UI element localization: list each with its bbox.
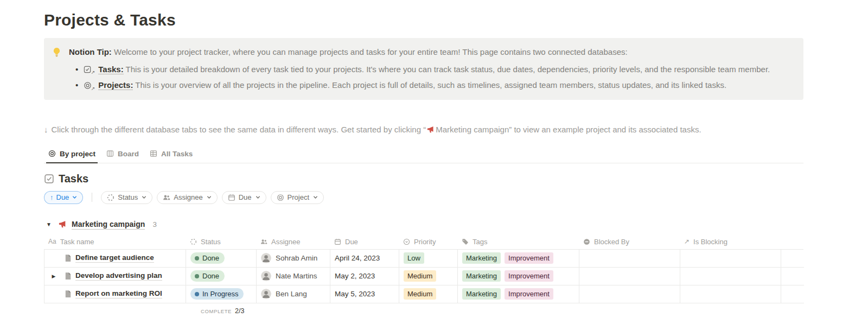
table-icon bbox=[150, 150, 157, 157]
avatar bbox=[261, 271, 271, 281]
priority-cell[interactable]: Medium bbox=[399, 285, 458, 303]
column-header-due[interactable]: Due bbox=[330, 234, 399, 250]
chevron-down-icon bbox=[256, 195, 260, 199]
callout-bullet-tasks: • ↗ Tasks: This is your detailed breakdo… bbox=[75, 63, 770, 76]
filter-pill-due[interactable]: Due bbox=[222, 191, 266, 204]
column-header-priority[interactable]: Priority bbox=[399, 234, 457, 250]
filter-toolbar: ↑ Due Status Assignee Due Project bbox=[44, 191, 803, 204]
blocked-by-cell[interactable] bbox=[579, 285, 680, 303]
people-icon bbox=[260, 238, 267, 245]
status-dot-icon bbox=[195, 292, 199, 296]
callout-tip-text: Welcome to your project tracker, where y… bbox=[112, 47, 628, 56]
calendar-icon bbox=[334, 238, 341, 245]
filter-label: Assignee bbox=[174, 193, 202, 201]
arrow-up-right-icon: ↗ bbox=[91, 69, 95, 77]
callout-bullet-list: • ↗ Tasks: This is your detailed breakdo… bbox=[69, 63, 770, 92]
priority-pill: Medium bbox=[404, 270, 436, 282]
row-expand-toggle[interactable]: ▶ bbox=[50, 274, 58, 279]
projects-database-icon: ↗ bbox=[84, 81, 93, 90]
sort-label: Due bbox=[56, 193, 69, 201]
callout-tip-label: Notion Tip: bbox=[69, 47, 112, 56]
priority-pill: Low bbox=[404, 252, 424, 264]
filter-label: Project bbox=[288, 193, 309, 201]
table-body: Define target audience Done Sohrab Amin … bbox=[44, 250, 803, 303]
table-calculation-complete[interactable]: COMPLETE 2/3 bbox=[201, 303, 803, 315]
status-cell[interactable]: Done bbox=[186, 250, 257, 268]
status-cell[interactable]: In Progress bbox=[186, 285, 257, 303]
blocked-by-cell[interactable] bbox=[579, 268, 680, 285]
column-header-is-blocking[interactable]: ↗Is Blocking bbox=[680, 234, 781, 250]
page-title: Projects & Tasks bbox=[44, 11, 803, 29]
chevron-down-icon bbox=[142, 195, 146, 199]
calendar-icon bbox=[228, 194, 235, 201]
is-blocking-cell[interactable] bbox=[680, 250, 781, 268]
row-spacer-cell bbox=[781, 250, 804, 268]
tab-board[interactable]: Board bbox=[102, 147, 143, 163]
blocked-by-cell[interactable] bbox=[579, 250, 680, 268]
task-name-cell[interactable]: Define target audience bbox=[44, 250, 186, 268]
priority-cell[interactable]: Low bbox=[399, 250, 458, 268]
tab-by-project[interactable]: By project bbox=[44, 147, 100, 163]
column-header-task-name[interactable]: AaTask name bbox=[44, 234, 186, 250]
tab-all-tasks[interactable]: All Tasks bbox=[145, 147, 197, 163]
filter-pill-assignee[interactable]: Assignee bbox=[157, 191, 217, 204]
task-title: Report on marketing ROI bbox=[75, 289, 162, 298]
status-pill: Done bbox=[190, 270, 225, 282]
assignee-cell[interactable]: Nate Martins bbox=[257, 268, 330, 285]
assignee-cell[interactable]: Sohrab Amin bbox=[257, 250, 330, 268]
tags-cell[interactable]: MarketingImprovement bbox=[458, 268, 579, 285]
tasks-db-link[interactable]: Tasks: bbox=[98, 65, 123, 74]
callout-bullet-projects: • ↗ Projects: This is your overview of a… bbox=[75, 79, 770, 92]
target-icon bbox=[277, 194, 284, 201]
checkbox-icon bbox=[44, 174, 54, 184]
notion-tip-callout: Notion Tip: Welcome to your project trac… bbox=[44, 38, 803, 100]
tasks-section-header: Tasks bbox=[44, 173, 803, 185]
instruction-text-before: Click through the different database tab… bbox=[52, 125, 426, 134]
priority-cell[interactable]: Medium bbox=[399, 268, 458, 285]
minus-circle-icon bbox=[583, 238, 590, 245]
status-spinner-icon bbox=[190, 238, 197, 245]
due-cell[interactable]: April 24, 2023 bbox=[330, 250, 399, 268]
tasks-database-icon: ↗ bbox=[84, 65, 93, 74]
due-cell[interactable]: May 2, 2023 bbox=[330, 268, 399, 285]
assignee-cell[interactable]: Ben Lang bbox=[257, 285, 330, 303]
due-cell[interactable]: May 5, 2023 bbox=[330, 285, 399, 303]
column-header-assignee[interactable]: Assignee bbox=[256, 234, 330, 250]
task-title: Define target audience bbox=[75, 253, 154, 263]
due-date: May 2, 2023 bbox=[335, 272, 375, 280]
filter-label: Due bbox=[239, 193, 252, 201]
instruction-line: ↓Click through the different database ta… bbox=[44, 125, 803, 135]
status-spinner-icon bbox=[107, 194, 114, 201]
task-name-cell[interactable]: ▶ Develop advertising plan bbox=[44, 268, 186, 285]
arrow-up-right-icon: ↗ bbox=[684, 238, 690, 245]
table-header-row: AaTask name Status Assignee Due Priority… bbox=[44, 234, 803, 250]
project-group-link[interactable]: Marketing campaign bbox=[72, 220, 145, 230]
status-cell[interactable]: Done bbox=[186, 268, 257, 285]
page-icon bbox=[64, 272, 72, 280]
filter-pill-project[interactable]: Project bbox=[271, 191, 324, 204]
column-label: Tags bbox=[473, 238, 487, 246]
is-blocking-cell[interactable] bbox=[680, 285, 781, 303]
task-name-cell[interactable]: Report on marketing ROI bbox=[44, 285, 186, 303]
column-header-status[interactable]: Status bbox=[186, 234, 256, 250]
chevron-down-icon bbox=[207, 195, 212, 199]
bullet-projects-text: This is your overview of all the project… bbox=[133, 80, 726, 90]
tag-pill: Marketing bbox=[462, 288, 501, 300]
row-spacer-cell bbox=[781, 268, 804, 285]
due-date: May 5, 2023 bbox=[335, 290, 375, 298]
avatar bbox=[261, 253, 271, 263]
column-header-blocked-by[interactable]: Blocked By bbox=[579, 234, 680, 250]
status-label: In Progress bbox=[202, 290, 238, 298]
tags-cell[interactable]: MarketingImprovement bbox=[458, 250, 579, 268]
bullet-dot: • bbox=[75, 79, 78, 92]
column-header-tags[interactable]: Tags bbox=[457, 234, 579, 250]
filter-pill-status[interactable]: Status bbox=[101, 191, 152, 204]
is-blocking-cell[interactable] bbox=[680, 268, 781, 285]
sort-pill-due[interactable]: ↑ Due bbox=[44, 191, 83, 204]
tags-cell[interactable]: MarketingImprovement bbox=[458, 285, 579, 303]
projects-db-link[interactable]: Projects: bbox=[98, 80, 133, 90]
status-label: Done bbox=[202, 254, 219, 262]
group-collapse-toggle[interactable]: ▼ bbox=[46, 221, 54, 227]
tag-pill: Marketing bbox=[462, 252, 501, 264]
board-icon bbox=[106, 150, 114, 157]
